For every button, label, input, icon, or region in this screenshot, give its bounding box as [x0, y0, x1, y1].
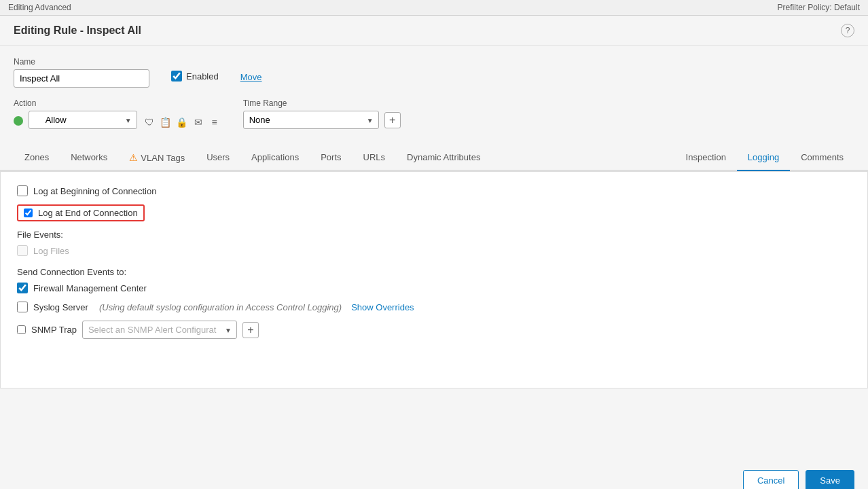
- show-overrides-link[interactable]: Show Overrides: [351, 302, 414, 312]
- time-range-select[interactable]: None: [243, 111, 379, 129]
- top-bar: Editing Advanced Prefilter Policy: Defau…: [0, 0, 868, 16]
- tab-inspection[interactable]: Inspection: [675, 145, 737, 171]
- action-label: Action: [14, 98, 221, 108]
- add-snmp-button[interactable]: +: [242, 322, 259, 338]
- mail-icon: ✉: [192, 115, 205, 129]
- log-beginning-label: Log at Beginning of Connection: [33, 186, 156, 196]
- enabled-checkbox[interactable]: [171, 71, 182, 82]
- action-select-wrapper: Allow Block Trust Monitor ▼: [14, 111, 137, 129]
- snmp-select[interactable]: Select an SNMP Alert Configurat: [82, 321, 237, 339]
- save-button[interactable]: Save: [806, 470, 854, 489]
- enabled-label: Enabled: [186, 71, 219, 82]
- modal-header: Editing Rule - Inspect All ?: [0, 16, 868, 46]
- modal-body: Name Enabled Move Action: [0, 46, 868, 140]
- tab-vlan-label: VLAN Tags: [141, 153, 185, 163]
- send-section: Send Connection Events to: Firewall Mana…: [17, 267, 851, 339]
- shield2-icon: 📋: [159, 115, 173, 129]
- action-row: Action Allow Block Trust Monitor ▼: [14, 98, 854, 129]
- time-range-label: Time Range: [243, 98, 401, 108]
- snmp-select-wrapper: Select an SNMP Alert Configurat ▼: [82, 321, 237, 339]
- log-end-item: Log at End of Connection: [17, 204, 851, 221]
- tab-dynamic-attributes[interactable]: Dynamic Attributes: [396, 145, 491, 171]
- name-group: Name: [14, 57, 149, 88]
- modal-title: Editing Rule - Inspect All: [14, 24, 141, 37]
- action-group: Action Allow Block Trust Monitor ▼: [14, 98, 221, 129]
- tab-urls[interactable]: URLs: [352, 145, 397, 171]
- logging-content: Log at Beginning of Connection Log at En…: [0, 171, 868, 388]
- log-files-checkbox[interactable]: [17, 245, 28, 256]
- time-select-wrapper: None ▼: [243, 111, 379, 129]
- log-beginning-item: Log at Beginning of Connection: [17, 185, 851, 196]
- breadcrumb-left: Editing Advanced: [8, 3, 71, 12]
- move-link[interactable]: Move: [240, 72, 262, 82]
- allow-icon: [14, 116, 23, 126]
- tab-networks[interactable]: Networks: [60, 145, 118, 171]
- syslog-item: Syslog Server (Using default syslog conf…: [17, 302, 851, 312]
- action-icons: 🛡 📋 🔒 ✉ ≡: [143, 115, 221, 129]
- log-end-label: Log at End of Connection: [38, 208, 138, 218]
- vlan-warning-icon: ⚠: [129, 152, 138, 163]
- file-events-label: File Events:: [17, 230, 851, 240]
- tab-users[interactable]: Users: [196, 145, 240, 171]
- log-files-label: Log Files: [33, 246, 69, 256]
- tab-ports[interactable]: Ports: [310, 145, 352, 171]
- name-input[interactable]: [14, 69, 149, 88]
- add-time-range-button[interactable]: +: [384, 112, 401, 128]
- time-range-row: None ▼ +: [243, 111, 401, 129]
- syslog-label: Syslog Server: [33, 302, 88, 312]
- send-label: Send Connection Events to:: [17, 267, 851, 277]
- name-label: Name: [14, 57, 149, 67]
- firewall-mc-item: Firewall Management Center: [17, 283, 851, 293]
- log-beginning-checkbox[interactable]: [17, 185, 28, 196]
- log-files-item: Log Files: [17, 245, 851, 256]
- tab-applications[interactable]: Applications: [240, 145, 310, 171]
- snmp-label: SNMP Trap: [31, 325, 77, 335]
- breadcrumb-right: Prefilter Policy: Default: [778, 3, 860, 12]
- log-end-highlighted: Log at End of Connection: [17, 204, 145, 221]
- help-icon[interactable]: ?: [841, 24, 854, 37]
- tabs-bar: Zones Networks ⚠ VLAN Tags Users Applica…: [0, 145, 868, 171]
- enabled-group: Enabled: [171, 71, 219, 82]
- action-select[interactable]: Allow Block Trust Monitor: [29, 111, 137, 129]
- firewall-mc-label: Firewall Management Center: [33, 283, 147, 293]
- time-range-group: Time Range None ▼ +: [243, 98, 401, 129]
- tab-logging[interactable]: Logging: [737, 145, 790, 171]
- shield-icon: 🛡: [143, 115, 156, 129]
- snmp-item: SNMP Trap Select an SNMP Alert Configura…: [17, 321, 851, 339]
- log-end-checkbox[interactable]: [24, 209, 33, 217]
- firewall-mc-checkbox[interactable]: [17, 283, 28, 293]
- tab-comments[interactable]: Comments: [790, 145, 854, 171]
- syslog-checkbox[interactable]: [17, 302, 28, 312]
- syslog-note: (Using default syslog configuration in A…: [99, 302, 342, 312]
- snmp-checkbox[interactable]: [17, 325, 26, 334]
- tab-zones[interactable]: Zones: [14, 145, 60, 171]
- lock-icon: 🔒: [175, 115, 189, 129]
- modal: Editing Rule - Inspect All ? Name Enable…: [0, 16, 868, 489]
- footer: Cancel Save: [743, 470, 854, 489]
- list-icon: ≡: [208, 115, 221, 129]
- cancel-button[interactable]: Cancel: [743, 470, 799, 489]
- name-row: Name Enabled Move: [14, 57, 854, 88]
- tab-vlan-tags[interactable]: ⚠ VLAN Tags: [118, 145, 196, 171]
